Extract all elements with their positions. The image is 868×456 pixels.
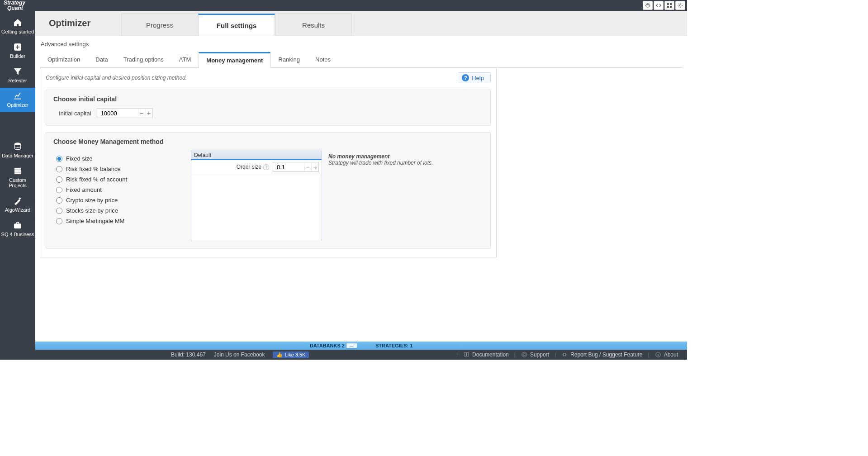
book-icon <box>463 352 470 358</box>
decrement-button[interactable]: − <box>304 162 311 171</box>
sidebar-item-label: Custom Projects <box>9 177 27 188</box>
breadcrumb: Advanced settings <box>35 39 687 52</box>
topbar-code-button[interactable] <box>654 1 664 10</box>
panel-initial-capital: Choose initial capital Initial capital −… <box>46 90 491 126</box>
svg-point-4 <box>679 5 681 6</box>
plus-box-icon <box>13 43 23 52</box>
info-icon[interactable]: ? <box>263 164 269 170</box>
mm-option-martingale[interactable]: Simple Martingale MM <box>53 216 185 226</box>
join-facebook-link[interactable]: Join Us on Facebook <box>214 352 265 358</box>
sidebar-item-label: Retester <box>8 78 27 83</box>
sub-tab-atm[interactable]: ATM <box>171 52 199 67</box>
svg-point-11 <box>522 352 527 357</box>
grid-row-label: Order size <box>237 164 261 170</box>
mm-desc-sub: Strategy will trade with fixed number of… <box>328 160 483 166</box>
sub-tabs: Optimization Data Trading options ATM Mo… <box>40 52 683 68</box>
mm-option-fixed-amount[interactable]: Fixed amount <box>53 185 185 195</box>
initial-capital-spinner: − + <box>97 108 153 118</box>
lifebuoy-icon <box>521 352 527 358</box>
mm-option-risk-balance[interactable]: Risk fixed % balance <box>53 164 185 174</box>
topbar-grid-button[interactable] <box>664 1 674 10</box>
sub-tab-money-management[interactable]: Money management <box>199 52 270 68</box>
sub-tab-trading-options[interactable]: Trading options <box>116 52 171 67</box>
order-size-input[interactable] <box>273 163 304 171</box>
mm-description: No money management Strategy will trade … <box>328 151 483 166</box>
order-size-spinner: − + <box>273 162 319 172</box>
svg-point-12 <box>523 354 526 356</box>
briefcase-icon <box>13 221 23 230</box>
sidebar-item-label: AlgoWizard <box>5 207 30 213</box>
info-icon <box>655 352 661 358</box>
mm-options: Fixed size Risk fixed % balance Risk fix… <box>53 151 185 226</box>
panel-title: Choose Money Management method <box>53 138 483 145</box>
database-icon <box>13 142 23 151</box>
main-tab-progress[interactable]: Progress <box>121 14 198 36</box>
main-tab-full-settings[interactable]: Full settings <box>198 14 275 36</box>
status-strip[interactable]: DATABANKS 2 ︿ STRATEGIES: 1 <box>35 342 687 350</box>
mm-option-fixed-size[interactable]: Fixed size <box>53 153 185 164</box>
sidebar-item-label: Getting started <box>1 29 34 34</box>
tab-description: Configure initial capital and desired po… <box>46 75 458 81</box>
sidebar-item-getting-started[interactable]: Getting started <box>0 14 35 39</box>
mm-desc-title: No money management <box>328 153 483 160</box>
facebook-like-button[interactable]: 👍 Like 3.5K <box>273 352 309 358</box>
svg-rect-2 <box>667 6 669 8</box>
brand-logo: Strategy Quant <box>2 0 27 12</box>
sidebar-item-label: Data Manager <box>2 153 33 158</box>
thumb-up-icon: 👍 <box>276 352 283 358</box>
sidebar-item-sq4business[interactable]: SQ 4 Business <box>0 217 35 242</box>
topbar-bug-button[interactable] <box>643 1 653 10</box>
topbar-gear-button[interactable] <box>675 1 685 10</box>
sidebar-item-label: SQ 4 Business <box>1 232 34 237</box>
sub-tab-notes[interactable]: Notes <box>308 52 338 67</box>
sidebar-item-label: Optimizer <box>7 102 28 108</box>
footer: Build: 130.467 Join Us on Facebook 👍 Lik… <box>35 350 687 360</box>
chevron-up-icon: ︿ <box>346 343 357 348</box>
panel-money-management: Choose Money Management method Fixed siz… <box>46 132 491 249</box>
sidebar-item-label: Builder <box>10 53 25 59</box>
footer-support[interactable]: Support <box>521 352 549 358</box>
svg-point-6 <box>14 143 20 145</box>
linechart-icon <box>13 91 23 100</box>
sidebar: Getting started Builder Retester Optimiz… <box>0 11 35 360</box>
svg-rect-3 <box>670 6 672 8</box>
sub-tab-ranking[interactable]: Ranking <box>270 52 308 67</box>
initial-capital-input[interactable] <box>97 109 138 118</box>
home-icon <box>13 18 23 27</box>
mm-parameter-grid: Default Order size ? − + <box>191 151 322 241</box>
sidebar-item-retester[interactable]: Retester <box>0 63 35 88</box>
increment-button[interactable]: + <box>311 162 318 171</box>
bug-icon <box>561 352 568 358</box>
header-row: Optimizer Progress Full settings Results <box>35 11 687 36</box>
grid-row-order-size: Order size ? − + <box>191 160 322 174</box>
mm-option-stocks[interactable]: Stocks size by price <box>53 205 185 216</box>
mm-option-risk-account[interactable]: Risk fixed % of account <box>53 174 185 185</box>
svg-rect-1 <box>670 3 672 5</box>
sidebar-item-builder[interactable]: Builder <box>0 39 35 63</box>
increment-button[interactable]: + <box>145 109 152 118</box>
status-databanks: DATABANKS 2 ︿ <box>310 343 357 348</box>
svg-rect-10 <box>14 224 21 228</box>
sidebar-item-algowizard[interactable]: AlgoWizard <box>0 193 35 217</box>
topbar: Strategy Quant <box>0 0 687 11</box>
grid-header: Default <box>191 151 322 160</box>
sub-tab-data[interactable]: Data <box>88 52 115 67</box>
sidebar-item-optimizer[interactable]: Optimizer <box>0 88 35 112</box>
footer-report-bug[interactable]: Report Bug / Suggest Feature <box>561 352 642 358</box>
svg-rect-0 <box>667 3 669 5</box>
status-strategies: STRATEGIES: 1 <box>375 343 413 348</box>
sub-tab-optimization[interactable]: Optimization <box>40 52 88 67</box>
svg-rect-9 <box>14 172 20 174</box>
svg-rect-8 <box>14 170 20 171</box>
decrement-button[interactable]: − <box>138 109 145 118</box>
main-tab-results[interactable]: Results <box>275 14 352 36</box>
sidebar-item-custom-projects[interactable]: Custom Projects <box>0 163 35 193</box>
footer-documentation[interactable]: Documentation <box>463 352 509 358</box>
mm-option-crypto[interactable]: Crypto size by price <box>53 195 185 205</box>
help-button[interactable]: ? Help <box>458 72 491 83</box>
help-icon: ? <box>462 74 469 81</box>
footer-about[interactable]: About <box>655 352 678 358</box>
svg-rect-7 <box>14 168 20 169</box>
sidebar-item-data-manager[interactable]: Data Manager <box>0 138 35 163</box>
stack-icon <box>13 166 23 176</box>
